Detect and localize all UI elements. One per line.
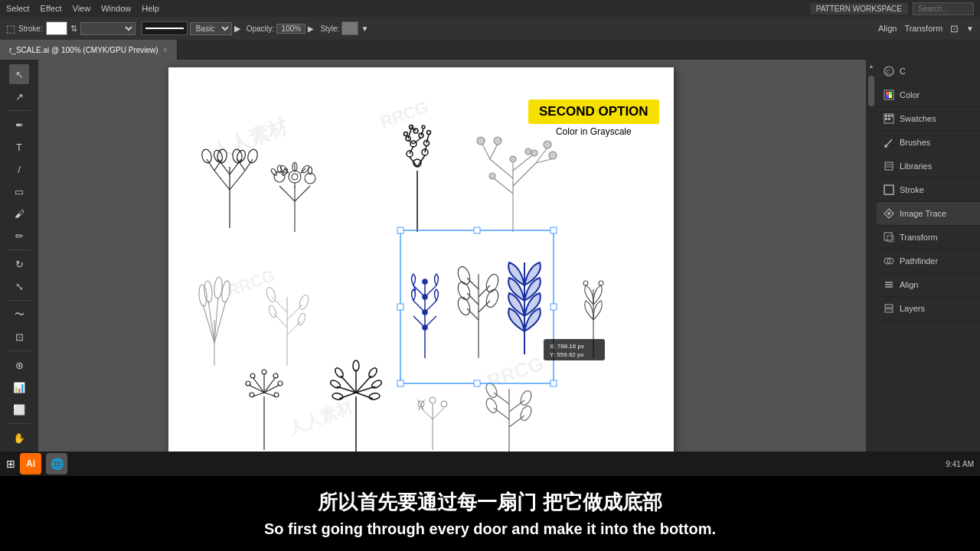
panel-image-trace[interactable]: Image Trace bbox=[877, 202, 980, 226]
right-panel: C C Color Swatches Brushes Libraries Str… bbox=[877, 60, 980, 476]
svg-point-149 bbox=[329, 379, 341, 390]
line-tool[interactable]: / bbox=[9, 159, 29, 179]
svg-rect-176 bbox=[474, 380, 480, 386]
transform-btn[interactable]: Transform bbox=[904, 24, 942, 33]
svg-text:Y: 559.62 px: Y: 559.62 px bbox=[550, 351, 583, 358]
svg-point-103 bbox=[423, 279, 427, 284]
svg-point-70 bbox=[477, 137, 485, 145]
svg-rect-211 bbox=[885, 309, 893, 312]
panel-color[interactable]: Color bbox=[877, 83, 980, 107]
svg-point-50 bbox=[422, 126, 425, 129]
svg-rect-172 bbox=[397, 227, 403, 233]
svg-point-68 bbox=[544, 141, 551, 148]
hand-tool[interactable]: ✋ bbox=[9, 428, 29, 448]
svg-line-165 bbox=[494, 408, 509, 419]
menu-item-view[interactable]: View bbox=[73, 4, 91, 13]
warp-tool[interactable]: 〜 bbox=[9, 305, 29, 324]
opacity-arrow[interactable]: ▶ bbox=[308, 24, 314, 33]
canvas-scroll-right[interactable]: ▲ ▼ bbox=[866, 60, 877, 476]
svg-line-166 bbox=[509, 416, 524, 427]
panel-transform[interactable]: Transform bbox=[877, 226, 980, 249]
svg-point-147 bbox=[334, 367, 345, 379]
svg-rect-204 bbox=[887, 236, 893, 242]
selection-tool[interactable]: ↖ bbox=[9, 64, 29, 84]
transform-icon[interactable]: ⊡ bbox=[950, 23, 959, 34]
svg-point-156 bbox=[441, 401, 447, 407]
panel-layers[interactable]: Layers bbox=[877, 297, 980, 321]
style-dropdown-icon[interactable]: ▼ bbox=[361, 24, 368, 33]
svg-rect-193 bbox=[891, 115, 893, 117]
panel-pathfinder-label: Pathfinder bbox=[900, 256, 938, 266]
svg-line-89 bbox=[287, 305, 302, 320]
search-input[interactable] bbox=[913, 2, 974, 15]
panel-swatches-label: Swatches bbox=[900, 114, 936, 123]
document-tab[interactable]: r_SCALE.ai @ 100% (CMYK/GPU Preview) × bbox=[0, 40, 178, 60]
stroke-swatch[interactable] bbox=[46, 21, 67, 35]
taskbar-chrome-btn[interactable]: 🌐 bbox=[46, 453, 67, 474]
svg-rect-195 bbox=[888, 118, 890, 120]
rect-tool[interactable]: ▭ bbox=[9, 181, 29, 201]
menu-item-select[interactable]: Select bbox=[6, 4, 30, 13]
graph-tool[interactable]: 📊 bbox=[9, 377, 29, 397]
svg-text:RRCG: RRCG bbox=[224, 266, 277, 301]
paintbrush-tool[interactable]: 🖌 bbox=[9, 204, 29, 223]
svg-point-135 bbox=[274, 393, 279, 397]
svg-point-104 bbox=[423, 295, 427, 299]
panel-align[interactable]: Align bbox=[877, 273, 980, 297]
symbol-tool[interactable]: ⊛ bbox=[9, 355, 29, 375]
panel-color-c[interactable]: C C bbox=[877, 60, 980, 83]
svg-point-150 bbox=[368, 393, 380, 400]
svg-rect-175 bbox=[397, 380, 403, 386]
panel-brushes[interactable]: Brushes bbox=[877, 131, 980, 155]
svg-rect-189 bbox=[889, 95, 892, 98]
svg-line-21 bbox=[279, 186, 295, 201]
tab-close-btn[interactable]: × bbox=[163, 46, 168, 54]
tool-divider-1 bbox=[8, 110, 31, 111]
tool-divider-3 bbox=[8, 300, 31, 301]
menu-item-window[interactable]: Window bbox=[101, 4, 131, 13]
pattern-workspace-btn[interactable]: PATTERN WORKSPACE bbox=[810, 3, 908, 15]
scale-tool[interactable]: ⤡ bbox=[9, 276, 29, 296]
svg-point-170 bbox=[518, 404, 533, 422]
direct-select-tool[interactable]: ↗ bbox=[9, 86, 29, 106]
align-btn[interactable]: Align bbox=[878, 24, 897, 33]
svg-line-67 bbox=[490, 144, 498, 159]
panel-stroke[interactable]: Stroke bbox=[877, 178, 980, 202]
svg-point-71 bbox=[494, 137, 501, 145]
stroke-dropdown[interactable] bbox=[80, 22, 136, 35]
stroke-arrows[interactable]: ⇅ bbox=[70, 24, 77, 34]
svg-line-163 bbox=[494, 393, 509, 404]
canvas-area[interactable]: SECOND OPTION Color in Grayscale 人人素材 RR… bbox=[38, 60, 877, 476]
svg-line-124 bbox=[264, 377, 276, 393]
style-swatch[interactable] bbox=[341, 21, 358, 35]
panel-swatches[interactable]: Swatches bbox=[877, 107, 980, 131]
image-trace-icon bbox=[883, 207, 895, 220]
svg-line-76 bbox=[494, 178, 513, 194]
menu-item-help[interactable]: Help bbox=[142, 4, 159, 13]
free-transform-tool[interactable]: ⊡ bbox=[9, 327, 29, 347]
arrange-icon[interactable]: ⬚ bbox=[6, 23, 15, 34]
panel-layers-label: Layers bbox=[900, 304, 925, 313]
taskbar-illustrator-btn[interactable]: Ai bbox=[20, 453, 41, 474]
svg-point-157 bbox=[430, 397, 436, 403]
menu-item-effect[interactable]: Effect bbox=[41, 4, 62, 13]
line-swatch[interactable] bbox=[142, 21, 188, 35]
color-icon bbox=[883, 89, 895, 101]
svg-point-151 bbox=[332, 393, 343, 400]
taskbar-windows-btn[interactable]: ⊞ bbox=[6, 458, 15, 470]
svg-text:X: 768.16 px: X: 768.16 px bbox=[550, 343, 584, 350]
panel-libraries[interactable]: Libraries bbox=[877, 155, 980, 178]
color-c-icon: C bbox=[883, 65, 895, 77]
type-tool[interactable]: T bbox=[9, 137, 29, 157]
rotate-tool[interactable]: ↻ bbox=[9, 254, 29, 274]
opacity-input[interactable] bbox=[276, 24, 305, 34]
tab-row: r_SCALE.ai @ 100% (CMYK/GPU Preview) × bbox=[0, 40, 980, 60]
panel-pathfinder[interactable]: Pathfinder bbox=[877, 249, 980, 273]
transform-dropdown[interactable]: ▼ bbox=[966, 24, 974, 33]
mode-select[interactable]: Basic bbox=[190, 22, 232, 35]
artboard-tool[interactable]: ⬜ bbox=[9, 399, 29, 419]
pen-tool[interactable]: ✒ bbox=[9, 115, 29, 135]
svg-rect-174 bbox=[550, 227, 557, 233]
svg-point-148 bbox=[371, 379, 383, 390]
pencil-tool[interactable]: ✏ bbox=[9, 226, 29, 246]
